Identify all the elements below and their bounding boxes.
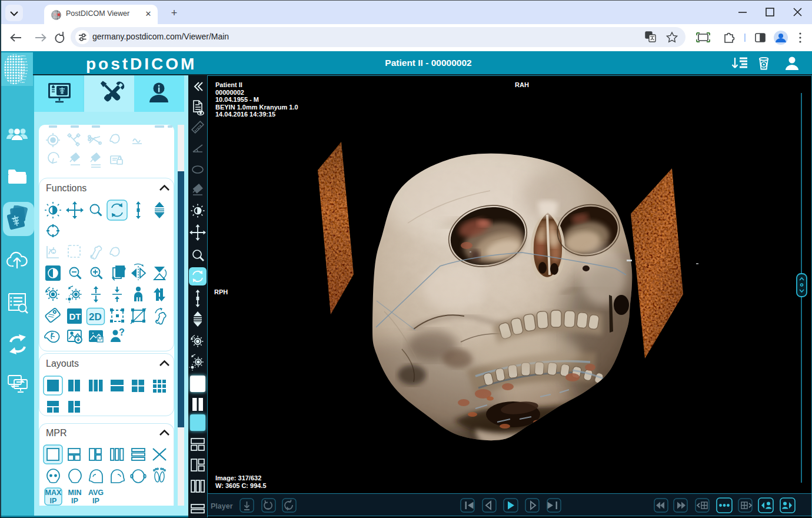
svg-text:IP: IP	[71, 497, 78, 505]
svg-text:AVG: AVG	[88, 489, 104, 497]
svg-text:DT: DT	[69, 311, 81, 321]
svg-text:IP: IP	[50, 497, 57, 505]
svg-text:Player: Player	[211, 502, 233, 510]
svg-text:2D: 2D	[89, 311, 102, 323]
svg-text:IP: IP	[92, 497, 99, 505]
svg-text:100: 100	[20, 81, 25, 84]
svg-text:MAX: MAX	[45, 489, 62, 497]
svg-text:?: ?	[119, 327, 125, 337]
svg-text:MIN: MIN	[68, 489, 82, 497]
